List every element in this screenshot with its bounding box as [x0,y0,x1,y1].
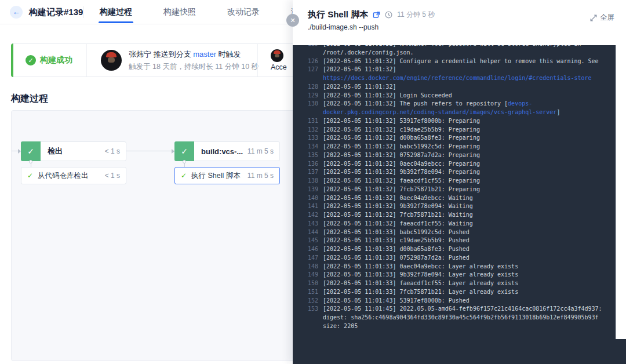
log-line-text: [2022-05-05 11:01:32] 0752987a7d2a: Prep… [323,151,480,160]
log-scrollbar[interactable] [616,45,626,339]
log-line-number: 144 [293,228,318,237]
pipeline-connector [126,151,173,151]
trigger-meta: 触发于 18 天前，持续时长 11 分钟 10 秒 [129,62,259,72]
log-line-number: 149 [293,271,318,279]
status-section: ✓ 构建成功 [12,44,87,77]
avatar [271,49,283,62]
log-line: 135[2022-05-05 11:01:32] 0752987a7d2a: P… [293,151,613,160]
stage-duration: 11 m 5 s [248,147,274,155]
log-line-number [293,108,318,117]
trigger-info-section: 张炜宁 推送到分支 master 时触发 触发于 18 天前，持续时长 11 分… [87,44,259,77]
stage-duration: < 1 s [105,147,120,155]
log-link[interactable]: docker.pkg.codingcorp.net/coding-standar… [323,109,556,115]
log-line-text: [2022-05-05 11:01:32] 0aec04a9ebcc: Prep… [323,160,480,169]
log-line-text: [2022-05-05 11:01:33] 7fcb75871b21: Laye… [323,288,518,297]
tab-change-record[interactable]: 改动记录 [221,0,265,24]
log-text: [2022-05-05 11:01:32] 0752987a7d2a: Prep… [323,152,480,158]
log-line-number: 143 [293,220,318,228]
log-line-text: [2022-05-05 11:01:33] babc51992c5d: Push… [323,228,470,237]
tab-build-process[interactable]: 构建过程 [94,0,138,24]
stage-build-vcs[interactable]: ✓ build:vcs-... 11 m 5 s [174,141,280,161]
log-line: 130[2022-05-05 11:01:32] The push refers… [293,100,613,108]
log-text: [2022-05-05 11:01:32] 7fcb75871b21: Wait… [323,212,473,218]
log-line-text: [2022-05-05 11:01:43] 53917ef8000b: Push… [323,297,470,305]
log-line-number [293,314,318,322]
tab-build-snapshot[interactable]: 构建快照 [158,0,202,24]
success-check-icon: ✓ [26,55,36,65]
step-duration: 11 m 5 s [248,172,274,180]
log-line-number: 150 [293,279,318,288]
log-text: [2022-05-05 11:01:33] babc51992c5d: Push… [323,229,470,235]
log-text: [2022-05-05 11:01:33] 0752987a7d2a: Push… [323,254,470,261]
log-text: [2022-05-05 11:01:32] c19dae25b5b9: Prep… [323,126,480,133]
section-title: 构建过程 [11,93,48,105]
expand-icon [590,14,597,21]
log-line-text: [2022-05-05 11:01:32] c19dae25b5b9: Prep… [323,126,480,134]
external-link-icon[interactable] [373,11,380,19]
avatar [101,50,122,71]
step-command: ./build-image.sh --push [308,23,614,31]
log-line: 140[2022-05-05 11:01:32] 0aec04a9ebcc: W… [293,194,613,203]
log-text: [2022-05-05 11:01:32] Configure a creden… [323,58,599,64]
log-line: 152[2022-05-05 11:01:43] 53917ef8000b: P… [293,297,613,305]
log-line: https://docs.docker.com/engine/reference… [293,74,613,83]
step-name: 执行 Shell 脚本 [191,171,241,181]
fullscreen-label: 全屏 [600,13,614,23]
step-checkout-from-repo[interactable]: ✓ 从代码仓库检出 < 1 s [21,167,126,184]
log-text: [2022-05-05 11:01:32] The push refers to… [323,100,508,107]
log-text: [2022-05-05 11:01:45] 2022.05.05-amd64-f… [323,305,602,312]
log-text: [2022-05-05 11:01:32] [323,83,396,90]
log-line-number: 151 [293,288,318,297]
log-line: 131[2022-05-05 11:01:32] 53917ef8000b: P… [293,117,613,126]
log-line-number: 134 [293,143,318,151]
stage-checkout[interactable]: ✓ 检出 < 1 s [21,141,126,161]
fullscreen-button[interactable]: 全屏 [590,13,614,23]
log-text: [2022-05-05 11:01:33] 9b392f78e094: Laye… [323,271,518,278]
log-line-number: 146 [293,245,318,254]
log-line-number: 145 [293,236,318,245]
log-line-number: 152 [293,297,318,305]
log-text: [2022-05-05 11:01:32] Login Succeeded [323,92,452,99]
log-line-number: 127 [293,65,318,74]
log-text: [2022-05-05 11:01:32] faeacdf1cf55: Prep… [323,177,480,184]
log-text: digest: sha256:c4698a904364fd330c89f30a4… [323,314,599,321]
log-line: 138[2022-05-05 11:01:32] faeacdf1cf55: P… [293,177,613,185]
log-line-text: [2022-05-05 11:01:32] Configure a creden… [323,57,599,66]
log-line: size: 2205 [293,322,613,331]
log-line-number: 132 [293,126,318,134]
log-line-number: 131 [293,117,318,126]
log-line: 128[2022-05-05 11:01:32] [293,83,613,92]
log-line-text: [2022-05-05 11:01:33] faeacdf1cf55: Laye… [323,279,518,288]
log-line-text: [2022-05-05 11:01:32] faeacdf1cf55: Prep… [323,177,480,185]
log-line-text: [2022-05-05 11:01:32] faeacdf1cf55: Wait… [323,220,473,228]
log-text: [2022-05-05 11:01:32] 7fcb75871b21: Prep… [323,186,480,192]
close-icon[interactable]: ✕ [286,14,299,27]
status-label: 构建成功 [40,55,72,65]
step-run-shell-script[interactable]: ✓ 执行 Shell 脚本 11 m 5 s [174,167,280,184]
log-text: [2022-05-05 11:01:32] WARNING! Your pass… [323,45,581,47]
log-line-text: [2022-05-05 11:01:45] 2022.05.05-amd64-f… [323,305,602,314]
branch-link[interactable]: master [193,50,216,59]
log-line-text: [2022-05-05 11:01:33] 9b392f78e094: Laye… [323,271,518,279]
stage-name: 检出 [48,146,63,156]
log-text: [2022-05-05 11:01:33] 7fcb75871b21: Laye… [323,289,518,295]
back-button[interactable]: ← [10,6,23,19]
log-line-number: 141 [293,202,318,211]
build-record-page: ← 构建记录#139 构建过程 构建快照 改动记录 测试报告 通用报告 ✓ 构建… [0,0,626,364]
log-line-number [293,322,318,331]
log-line-number [293,49,318,57]
log-line-text: [2022-05-05 11:01:32] d00ba65a8fe3: Prep… [323,134,480,143]
log-link[interactable]: https://docs.docker.com/engine/reference… [323,75,592,81]
log-lines: 125[2022-05-05 11:01:32] WARNING! Your p… [293,45,613,331]
log-line-text: [2022-05-05 11:01:32] Login Succeeded [323,92,452,100]
secondary-text: Acce [271,63,287,71]
log-line-number: 140 [293,194,318,203]
log-line: 126[2022-05-05 11:01:32] Configure a cre… [293,57,613,66]
log-link[interactable]: devops- [508,100,532,107]
log-line-number: 139 [293,185,318,194]
panel-header: 执行 Shell 脚本 11 分钟 5 秒 ./build-image.sh -… [293,0,626,45]
log-line-text: [2022-05-05 11:01:32] 0aec04a9ebcc: Wait… [323,194,473,203]
header-divider [83,6,83,18]
build-log-console: 125[2022-05-05 11:01:32] WARNING! Your p… [293,45,626,364]
log-line: 145[2022-05-05 11:01:33] c19dae25b5b9: P… [293,236,613,245]
